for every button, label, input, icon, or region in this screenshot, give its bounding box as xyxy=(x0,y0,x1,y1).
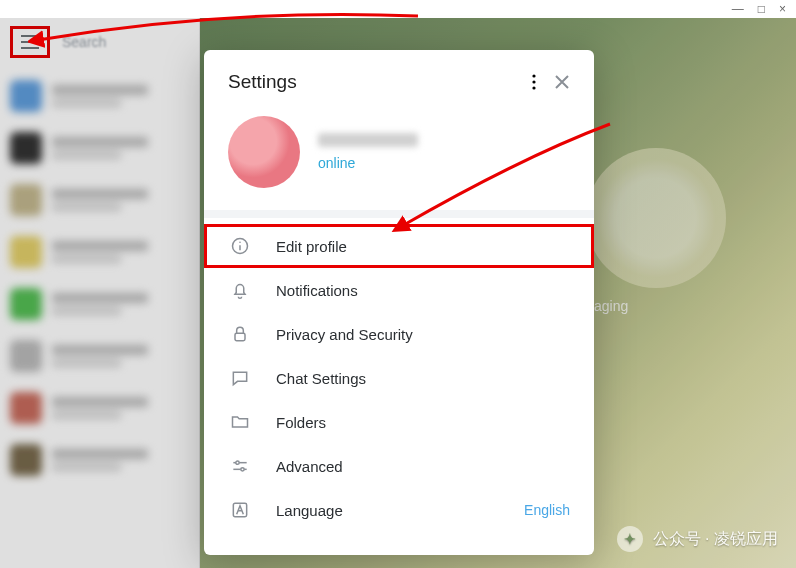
svg-point-10 xyxy=(241,468,244,471)
watermark: ✦ 公众号 · 凌锐应用 xyxy=(617,526,778,552)
more-menu-button[interactable] xyxy=(520,68,548,96)
folder-icon xyxy=(228,412,252,432)
wechat-icon: ✦ xyxy=(617,526,643,552)
menu-item-notifications[interactable]: Notifications xyxy=(204,268,594,312)
menu-label: Language xyxy=(276,502,343,519)
profile-status: online xyxy=(318,155,418,171)
settings-title: Settings xyxy=(228,71,520,93)
menu-item-advanced[interactable]: Advanced xyxy=(204,444,594,488)
profile-block[interactable]: online xyxy=(204,106,594,210)
lock-icon xyxy=(228,324,252,344)
menu-item-privacy[interactable]: Privacy and Security xyxy=(204,312,594,356)
close-panel-button[interactable] xyxy=(548,68,576,96)
menu-label: Privacy and Security xyxy=(276,326,413,343)
bell-icon xyxy=(228,280,252,300)
menu-label: Edit profile xyxy=(276,238,347,255)
watermark-text: 公众号 · 凌锐应用 xyxy=(653,529,778,550)
settings-panel: Settings online Edit profile Notificatio… xyxy=(204,50,594,555)
avatar[interactable] xyxy=(228,116,300,188)
language-icon xyxy=(228,500,252,520)
svg-point-2 xyxy=(532,86,535,89)
menu-item-folders[interactable]: Folders xyxy=(204,400,594,444)
menu-item-chat-settings[interactable]: Chat Settings xyxy=(204,356,594,400)
window-minimize-button[interactable]: — xyxy=(732,2,744,16)
menu-item-edit-profile[interactable]: Edit profile xyxy=(204,224,594,268)
menu-label: Advanced xyxy=(276,458,343,475)
window-close-button[interactable]: × xyxy=(779,2,786,16)
language-value: English xyxy=(524,502,570,518)
info-icon xyxy=(228,236,252,256)
profile-name xyxy=(318,133,418,147)
window-titlebar: — □ × xyxy=(0,0,796,18)
window-maximize-button[interactable]: □ xyxy=(758,2,765,16)
menu-label: Notifications xyxy=(276,282,358,299)
svg-point-1 xyxy=(532,80,535,83)
menu-label: Chat Settings xyxy=(276,370,366,387)
menu-label: Folders xyxy=(276,414,326,431)
chat-icon xyxy=(228,368,252,388)
svg-rect-6 xyxy=(235,333,245,341)
menu-item-language[interactable]: Language English xyxy=(204,488,594,532)
settings-menu: Edit profile Notifications Privacy and S… xyxy=(204,218,594,555)
sliders-icon xyxy=(228,456,252,476)
separator xyxy=(204,210,594,218)
svg-point-8 xyxy=(236,461,239,464)
svg-point-5 xyxy=(239,241,241,243)
svg-point-0 xyxy=(532,74,535,77)
